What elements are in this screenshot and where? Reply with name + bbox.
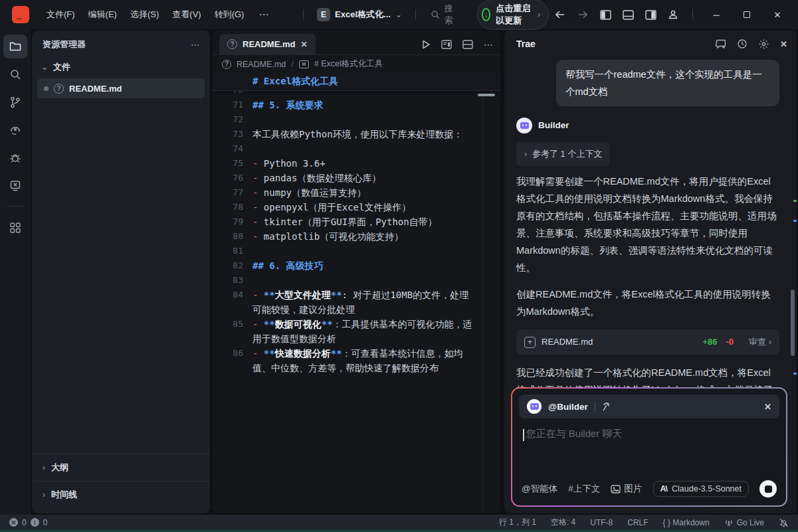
builder-avatar — [516, 118, 532, 133]
markdown-preview-button[interactable] — [441, 40, 452, 49]
broadcast-icon — [724, 518, 734, 527]
settings-gear-button[interactable] — [758, 39, 769, 50]
code-line: 77- numpy（数值运算支持） — [213, 185, 500, 200]
menu-overflow-button[interactable]: ⋯ — [252, 7, 275, 22]
chat-scrollbar[interactable] — [791, 290, 795, 356]
editor-more-button[interactable]: ⋯ — [484, 39, 494, 50]
tab-readme[interactable]: ? README.md ✕ — [219, 34, 316, 54]
activity-extensions-button[interactable] — [3, 174, 27, 198]
line-number: 75 — [213, 156, 243, 171]
run-button[interactable] — [421, 40, 431, 49]
account-icon[interactable] — [663, 5, 683, 25]
restart-update-button[interactable]: ↓ 点击重启以更新 › — [477, 0, 549, 30]
window-minimize-button[interactable]: ─ — [702, 3, 730, 26]
code-area[interactable]: # Excel格式化工具 7071## 5. 系统要求7273本工具依赖Pyth… — [213, 73, 500, 513]
agents-button[interactable]: @智能体 — [522, 483, 557, 495]
line-content[interactable]: - numpy（数值运算支持） — [243, 185, 500, 200]
new-chat-button[interactable] — [715, 39, 726, 49]
menu-item[interactable]: 选择(S) — [124, 6, 165, 23]
tools-hammer-icon[interactable] — [602, 402, 612, 412]
assistant-paragraph: 创建README.md文件，将Excel格式化工具的使用说明转换为Markdow… — [516, 286, 779, 320]
horizontal-scrollbar[interactable] — [478, 94, 495, 96]
split-editor-button[interactable] — [462, 40, 473, 49]
line-content[interactable] — [243, 112, 500, 127]
go-live-button[interactable]: Go Live — [724, 518, 764, 527]
status-item[interactable]: 行 1，列 1 — [499, 517, 536, 528]
explorer-more-button[interactable]: ⋯ — [191, 39, 201, 50]
line-content[interactable]: - **数据可视化**：工具提供基本的可视化功能，适用于数值型数据分析 — [243, 317, 500, 346]
status-item[interactable]: { } Markdown — [663, 518, 710, 527]
nav-back-button[interactable] — [550, 5, 570, 25]
code-line: 80- matplotlib（可视化功能支持） — [213, 229, 500, 244]
go-live-label: Go Live — [737, 518, 764, 527]
context-reference-chip[interactable]: › 参考了 1 个上下文 — [516, 142, 610, 166]
created-file-name: README.md — [542, 333, 696, 351]
history-button[interactable] — [737, 39, 748, 49]
global-search[interactable]: 搜索 — [424, 0, 460, 29]
line-content[interactable]: - pandas（数据处理核心库） — [243, 171, 500, 185]
line-content[interactable]: ## 5. 系统要求 — [243, 98, 500, 112]
line-content[interactable]: - openpyxl（用于Excel文件操作） — [243, 200, 500, 215]
status-item[interactable]: CRLF — [627, 518, 648, 527]
activity-source-control-button[interactable] — [3, 90, 27, 114]
line-content[interactable]: ## 6. 高级技巧 — [243, 258, 500, 273]
menu-item[interactable]: 查看(V) — [165, 6, 207, 23]
agent-mention[interactable]: @Builder — [548, 402, 588, 412]
files-section-header[interactable]: ⌄ 文件 — [32, 56, 210, 78]
stop-button[interactable] — [759, 480, 777, 497]
activity-debug-button[interactable] — [3, 146, 27, 170]
question-file-icon: ? — [227, 39, 237, 49]
toggle-right-panel-button[interactable] — [641, 5, 660, 25]
notifications-muted-icon[interactable] — [779, 518, 789, 527]
line-content[interactable]: - tkinter（用于GUI界面，Python自带） — [243, 215, 500, 229]
breadcrumb[interactable]: ? README.md / M # Excel格式化工具 — [213, 55, 500, 73]
chat-input-field[interactable]: 您正在与 Builder 聊天 — [519, 418, 779, 480]
chevron-right-icon: › — [43, 464, 45, 472]
chat-close-button[interactable]: ✕ — [780, 39, 787, 49]
activity-explorer-button[interactable] — [3, 35, 27, 58]
line-content[interactable] — [243, 273, 500, 288]
sticky-heading[interactable]: # Excel格式化工具 — [213, 73, 500, 91]
line-content[interactable]: - **大型文件处理**: 对于超过10MB的文件，处理可能较慢，建议分批处理 — [243, 288, 500, 317]
model-selector[interactable]: A\ Claude-3.5-Sonnet — [653, 481, 749, 497]
nav-forward-button[interactable] — [573, 5, 593, 25]
chevron-right-icon: › — [43, 491, 45, 499]
outline-section-header[interactable]: › 大纲 — [32, 454, 210, 481]
explorer-title: 资源管理器 — [43, 39, 191, 50]
breadcrumb-symbol[interactable]: # Excel格式化工具 — [314, 58, 383, 70]
window-maximize-button[interactable] — [733, 3, 761, 26]
image-button[interactable]: 图片 — [611, 483, 642, 495]
activity-remote-button[interactable] — [3, 118, 27, 142]
tab-close-icon[interactable]: ✕ — [300, 40, 307, 49]
line-content[interactable]: - Python 3.6+ — [243, 156, 500, 171]
status-item[interactable]: UTF-8 — [590, 518, 613, 527]
file-item-readme[interactable]: ? README.md — [37, 78, 205, 98]
markdown-file-icon: M — [299, 60, 309, 68]
errors-icon[interactable]: ✕ — [9, 518, 18, 527]
warnings-icon[interactable]: ! — [31, 518, 39, 527]
activity-apps-button[interactable] — [3, 216, 27, 240]
breadcrumb-file[interactable]: README.md — [237, 60, 286, 69]
toggle-left-panel-button[interactable] — [595, 5, 615, 25]
menu-item[interactable]: 文件(F) — [40, 6, 82, 23]
created-file-card[interactable]: + README.md +86 -0 审查 › — [516, 329, 779, 355]
toggle-bottom-panel-button[interactable] — [618, 5, 638, 25]
line-content[interactable]: - **快速数据分析**：可查看基本统计信息，如均值、中位数、方差等，帮助快速了… — [243, 346, 500, 375]
line-content[interactable]: 本工具依赖Python环境，使用以下库来处理数据： — [243, 127, 500, 141]
status-item[interactable]: 空格: 4 — [551, 517, 575, 528]
menu-item[interactable]: 编辑(E) — [82, 6, 124, 23]
agent-chip-close-button[interactable]: ✕ — [764, 402, 771, 412]
line-content[interactable] — [243, 244, 500, 258]
timeline-section-header[interactable]: › 时间线 — [32, 482, 210, 508]
code-line: 82## 6. 高级技巧 — [213, 258, 500, 273]
timeline-label: 时间线 — [51, 489, 77, 501]
line-content[interactable] — [243, 141, 500, 156]
line-number: 83 — [213, 273, 243, 288]
context-button[interactable]: #上下文 — [568, 483, 600, 495]
menu-item[interactable]: 转到(G) — [208, 6, 251, 23]
project-switcher[interactable]: E Excel格式化... ⌄ — [312, 5, 407, 24]
review-button[interactable]: 审查 › — [749, 333, 771, 351]
activity-search-button[interactable] — [3, 62, 27, 86]
window-close-button[interactable]: ✕ — [763, 3, 791, 26]
line-content[interactable]: - matplotlib（可视化功能支持） — [243, 229, 500, 244]
